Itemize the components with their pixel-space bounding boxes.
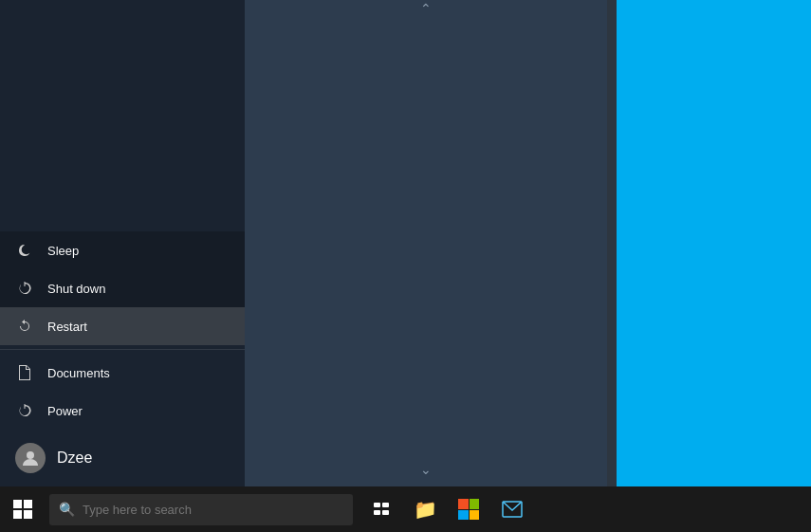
svg-rect-3 (374, 510, 380, 515)
blue-tile-area (617, 0, 811, 495)
search-icon: 🔍 (59, 502, 75, 517)
windows-logo-icon (13, 500, 32, 519)
separator-1 (0, 349, 245, 350)
start-button[interactable] (0, 486, 46, 532)
restart-icon (15, 317, 34, 336)
taskbar-icons: 📁 (360, 486, 533, 532)
power-submenu: Sleep Shut down Re (0, 231, 245, 345)
search-input[interactable] (83, 503, 343, 517)
mail-button[interactable] (491, 486, 533, 532)
taskbar: 🔍 📁 (0, 486, 811, 532)
file-explorer-button[interactable]: 📁 (404, 486, 446, 532)
start-menu-left-panel: Sleep Shut down Re (0, 0, 245, 486)
taskview-icon (372, 500, 391, 519)
task-view-button[interactable] (360, 486, 402, 532)
shutdown-icon (15, 279, 34, 298)
power-label: Power (47, 404, 83, 418)
microsoft-store-button[interactable] (448, 486, 489, 532)
shutdown-label: Shut down (47, 282, 105, 296)
svg-rect-2 (382, 503, 389, 507)
chevron-up-icon[interactable]: ⌃ (420, 1, 432, 16)
chevron-down-icon[interactable]: ⌄ (420, 462, 432, 477)
mail-icon (502, 501, 523, 518)
desktop: Sleep Shut down Re (0, 0, 811, 532)
power-icon (15, 401, 34, 420)
svg-point-0 (27, 451, 34, 459)
documents-menu-item[interactable]: Documents (0, 354, 245, 392)
shutdown-menu-item[interactable]: Shut down (0, 269, 245, 307)
username-label: Dzee (57, 449, 92, 467)
svg-rect-4 (382, 510, 389, 515)
store-icon (458, 499, 479, 520)
user-section[interactable]: Dzee (0, 430, 245, 486)
documents-label: Documents (47, 366, 110, 380)
start-menu: Sleep Shut down Re (0, 0, 607, 486)
sleep-menu-item[interactable]: Sleep (0, 231, 245, 269)
svg-rect-1 (374, 503, 380, 507)
documents-icon (15, 363, 34, 382)
power-menu-item[interactable]: Power (0, 392, 245, 430)
search-bar[interactable]: 🔍 (49, 494, 353, 525)
restart-label: Restart (47, 320, 87, 334)
sleep-label: Sleep (47, 244, 79, 258)
restart-menu-item[interactable]: Restart (0, 307, 245, 345)
sleep-icon (15, 241, 34, 260)
start-menu-right-panel: ⌃ ⌄ (245, 0, 607, 486)
folder-icon: 📁 (414, 498, 437, 521)
avatar (15, 443, 46, 473)
